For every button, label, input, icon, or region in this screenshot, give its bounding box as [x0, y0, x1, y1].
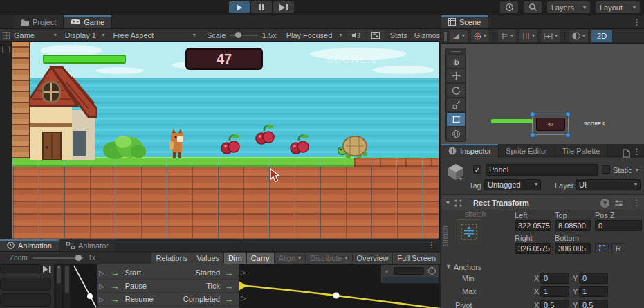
full-screen-button[interactable]: Full Screen	[393, 253, 440, 264]
distribute-dropdown[interactable]: Distribute▾	[306, 253, 352, 264]
vsync-button[interactable]	[367, 30, 385, 40]
panel-menu-icon[interactable]: ⋮	[427, 240, 436, 250]
foldout-triangle-icon[interactable]: ▷	[99, 296, 104, 303]
overview-button[interactable]: Overview	[353, 253, 394, 264]
scene-visibility-dropdown[interactable]: ▾	[470, 30, 490, 43]
tab-scene[interactable]: Scene	[441, 15, 488, 28]
gizmos-button[interactable]: Gizmos	[414, 31, 440, 39]
blueprint-mode-button[interactable]	[595, 243, 609, 253]
bottom-field[interactable]: 306.085	[555, 243, 591, 254]
align-dropdown[interactable]: Align▾	[275, 253, 306, 264]
mute-audio-button[interactable]	[348, 30, 365, 40]
tab-animation[interactable]: Animation	[0, 239, 59, 251]
foldout-open-icon[interactable]: ▼	[445, 200, 451, 206]
foldout-triangle-icon[interactable]: ▷	[99, 282, 104, 290]
render-mode-dropdown[interactable]: ▾	[569, 30, 589, 43]
posz-field[interactable]: 0	[595, 220, 642, 231]
layers-dropdown[interactable]: Layers ▾	[547, 1, 590, 13]
anchor-handle[interactable]	[565, 132, 571, 138]
game-viewport[interactable]: 47 SCORE:0	[12, 42, 439, 239]
layer-dropdown[interactable]: UI▾	[576, 179, 641, 190]
foldout-open-icon[interactable]: ▼	[445, 264, 452, 270]
anchor-handle[interactable]	[565, 111, 571, 117]
foldout-triangle-icon[interactable]: ▷	[99, 269, 104, 277]
play-focused-dropdown[interactable]: Play Focused▾	[282, 31, 347, 39]
property-field[interactable]	[0, 278, 51, 291]
chevron-down-icon[interactable]: ▾	[385, 269, 388, 275]
raw-edit-button[interactable]: R	[611, 243, 625, 253]
dim-button[interactable]: Dim	[224, 253, 247, 264]
aspect-dropdown[interactable]: Free Aspect▾	[109, 31, 199, 39]
rect-transform-tool[interactable]	[446, 112, 466, 127]
panel-menu-icon[interactable]: ⋮	[633, 147, 641, 156]
right-field[interactable]: 326.0575	[515, 243, 551, 254]
vertical-scrollbar[interactable]	[64, 264, 70, 308]
event-row[interactable]: ▷ → Resume Completed →	[97, 293, 239, 306]
debug-draw-dropdown[interactable]: ▾	[449, 30, 468, 43]
stats-button[interactable]: Stats	[390, 31, 407, 39]
property-field[interactable]	[0, 264, 42, 273]
pivot-y-field[interactable]: 0.5	[579, 300, 608, 308]
anchor-min-x-field[interactable]: 0	[540, 273, 569, 284]
display-dropdown[interactable]: Display 1▾	[61, 31, 109, 39]
event-row[interactable]: ▷ → Start Started →	[97, 266, 239, 280]
panel-menu-icon[interactable]: ⋮	[633, 17, 641, 27]
curve-editor[interactable]: ▷ ▷ ▾	[239, 264, 440, 308]
layout-dropdown[interactable]: Layout ▾	[596, 1, 640, 13]
presets-icon[interactable]	[614, 199, 623, 207]
scale-tool[interactable]	[446, 98, 466, 112]
tab-animator[interactable]: Animator	[59, 239, 116, 251]
event-row[interactable]: ▷ → Pause Tick →	[97, 280, 239, 293]
anchor-max-y-field[interactable]: 1	[579, 286, 608, 297]
play-button[interactable]	[229, 1, 250, 13]
vertical-scrollbar[interactable]: ▴	[56, 264, 62, 308]
zoom-slider[interactable]	[33, 257, 84, 259]
rotate-tool[interactable]	[446, 83, 466, 98]
page-icon[interactable]	[623, 149, 630, 158]
chevron-down-icon[interactable]: ▾	[459, 176, 462, 182]
search-button[interactable]	[524, 1, 542, 13]
anchor-preset-button[interactable]	[457, 219, 481, 244]
transform-tool[interactable]	[446, 127, 466, 141]
tag-dropdown[interactable]: Untagged▾	[484, 179, 541, 190]
values-button[interactable]: Values	[192, 253, 224, 264]
anchor-max-x-field[interactable]: 1	[540, 286, 569, 297]
grid-snap-dropdown[interactable]: ▾	[497, 30, 517, 43]
snap-settings-dropdown[interactable]: ▾	[519, 30, 538, 43]
tab-project[interactable]: Project	[14, 15, 64, 28]
anchor-min-y-field[interactable]: 0	[579, 273, 608, 284]
palette-drag-handle[interactable]	[451, 51, 461, 52]
top-field[interactable]: 8.08500	[555, 220, 591, 231]
chevron-down-icon[interactable]: ▾	[636, 167, 638, 173]
left-field[interactable]: 322.0575	[515, 220, 551, 231]
object-name-field[interactable]: Panel	[486, 164, 598, 176]
view-hand-tool[interactable]	[446, 54, 466, 69]
pivot-x-field[interactable]: 0.5	[540, 300, 569, 308]
relations-button[interactable]: Relations	[151, 253, 192, 264]
game-mode-dropdown[interactable]: Game▾	[10, 31, 61, 39]
static-checkbox[interactable]	[602, 165, 610, 174]
scale-slider[interactable]	[230, 35, 257, 36]
tab-inspector[interactable]: Inspector	[441, 144, 499, 158]
anchor-handle[interactable]	[530, 111, 535, 117]
tab-sprite-editor[interactable]: Sprite Editor	[499, 144, 555, 158]
toggle-2d-button[interactable]: 2D	[591, 30, 613, 43]
next-key-icon[interactable]	[42, 266, 52, 273]
component-menu-icon[interactable]: ⋮	[632, 198, 641, 208]
increment-snap-dropdown[interactable]: ▾	[540, 30, 561, 43]
record-circle-icon[interactable]	[428, 267, 436, 275]
scene-viewport[interactable]: 47 SCORE:0	[441, 44, 644, 144]
overlay-field[interactable]	[394, 267, 424, 275]
rect-transform-header[interactable]: ▼ Rect Transform ? ⋮	[441, 195, 644, 210]
step-button[interactable]	[273, 1, 294, 13]
carry-button[interactable]: Carry	[247, 253, 275, 264]
move-tool[interactable]	[446, 69, 466, 83]
property-field[interactable]	[0, 293, 51, 307]
active-checkbox[interactable]: ✓	[473, 165, 481, 174]
tab-tile-palette[interactable]: Tile Palette	[555, 144, 608, 158]
grip-handle[interactable]	[444, 32, 447, 41]
version-history-button[interactable]	[500, 1, 518, 13]
anchor-handle[interactable]	[530, 132, 535, 138]
help-icon[interactable]: ?	[600, 199, 609, 208]
pause-button[interactable]	[251, 1, 272, 13]
